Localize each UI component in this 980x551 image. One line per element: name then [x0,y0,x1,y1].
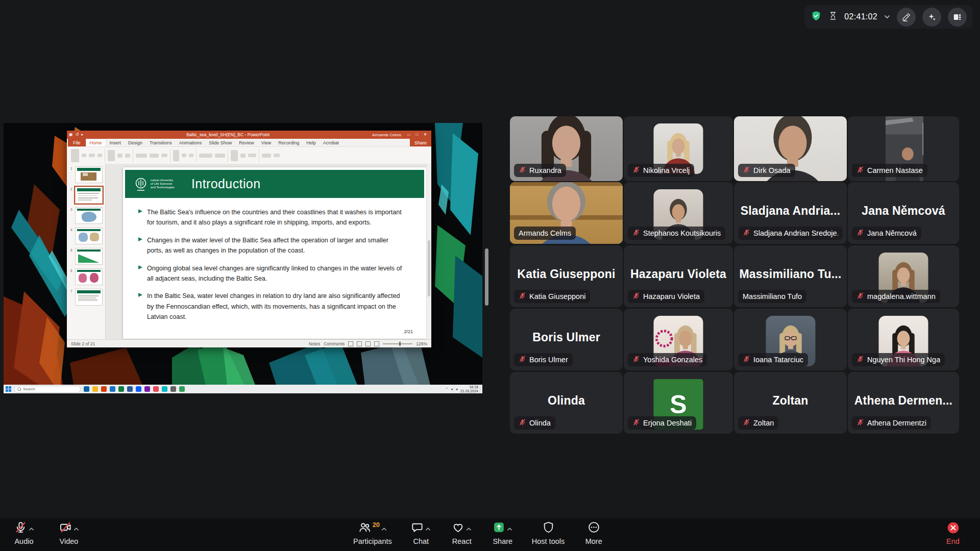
participant-name-text: Carmen Nastase [867,166,923,174]
participant-name-label: Dirk Osada [738,164,795,177]
participant-tile-hazaparu-violeta[interactable]: Hazaparu VioletaHazaparu Violeta [624,245,733,307]
meeting-status-pill: 02:41:02 [804,5,973,29]
participant-tile-nikolina-vrcelj[interactable]: Nikolina Vrcelj [624,116,733,181]
toolbar-host-tools-button[interactable]: Host tools [532,521,565,545]
toolbar-react-button[interactable]: React [450,521,474,545]
participant-name-text: Ioana Tatarciuc [753,356,803,364]
chat-label: Chat [413,537,429,545]
participant-tile-olinda[interactable]: OlindaOlinda [510,372,623,434]
chat-icon [411,521,424,536]
participant-name-text: Dirk Osada [753,166,791,174]
participant-tile-zoltan[interactable]: ZoltanZoltan [734,372,847,434]
more-icon [587,521,600,536]
view-layout-button[interactable] [948,8,967,27]
participant-display-name: Athena Dermen... [848,393,959,407]
annotate-button[interactable] [897,8,916,27]
participant-name-label: Ioana Tatarciuc [738,353,808,366]
participant-tile-nguyen-thi-hong-nga[interactable]: Nguyen Thi Hong Nga [848,309,959,370]
participant-display-name: Sladjana Andria... [734,204,847,217]
toolbar-share-button[interactable]: Share [491,521,514,545]
toolbar-video-button[interactable]: Video [57,521,81,545]
host-tools-icon [542,521,555,536]
react-options-caret[interactable] [466,524,472,533]
hourglass-icon [828,11,838,22]
participant-tile-jana-n-mcov[interactable]: Jana NěmcováJana Němcová [848,182,959,244]
video-label: Video [60,537,79,545]
participant-tile-stephanos-koutsikouris[interactable]: Stephanos Koutsikouris [624,182,733,244]
participant-tile-armands-celms[interactable]: Armands Celms [510,182,623,244]
participant-display-name: Jana Němcová [848,204,959,217]
participant-name-label: Hazaparu Violeta [628,290,704,303]
participant-tile-magdalena-wittmann[interactable]: magdalena.wittmann [848,245,959,307]
participant-tile-erjona-deshati[interactable]: SErjona Deshati [624,372,733,434]
audio-options-caret[interactable] [29,524,34,533]
video-options-caret[interactable] [74,524,79,533]
muted-mic-icon [743,166,750,176]
participant-name-text: magdalena.wittmann [867,292,936,300]
host-tools-label: Host tools [532,537,565,545]
participant-name-text: Armands Celms [519,229,571,237]
participant-name-label: Ruxandra [514,164,566,177]
participant-name-label: Nikolina Vrcelj [628,164,694,177]
participant-name-text: Erjona Deshati [643,419,692,427]
participant-name-label: Zoltan [738,416,778,430]
timer-chevron-down-icon[interactable] [884,15,890,19]
toolbar-audio-button[interactable]: Audio [12,521,36,545]
panel-divider-handle[interactable] [485,248,488,306]
security-shield-icon[interactable] [811,10,822,23]
participant-name-text: Athena Dermentzi [867,419,926,427]
toolbar-end-button[interactable]: End [941,521,965,545]
muted-mic-icon [743,418,750,428]
participant-name-label: magdalena.wittmann [852,290,940,303]
participant-name-label: Massimiliano Tufo [738,290,806,303]
muted-mic-icon [743,355,750,365]
participant-name-text: Yoshida Gonzales [643,356,702,364]
participant-tile-ioana-tatarciuc[interactable]: Ioana Tatarciuc [734,309,847,370]
participant-display-name: Massimiliano Tu... [734,267,847,281]
participant-name-label: Stephanos Koutsikouris [628,227,725,240]
toolbar-participants-button[interactable]: 20Participants [353,521,392,545]
muted-mic-icon [519,166,526,176]
participant-display-name: Boris Ulmer [510,330,623,344]
chat-options-caret[interactable] [425,524,431,533]
participant-tile-boris-ulmer[interactable]: Boris UlmerBoris Ulmer [510,309,623,370]
muted-mic-icon [519,292,526,302]
participant-tile-massimiliano-tufo[interactable]: Massimiliano Tu...Massimiliano Tufo [734,245,847,307]
participant-name-text: Sladjana Andrian Sredoje... [753,229,838,237]
participant-tile-ruxandra[interactable]: Ruxandra [510,116,623,181]
muted-mic-icon [632,229,640,238]
participant-name-text: Katia Giusepponi [529,292,585,300]
participants-options-caret[interactable] [381,524,387,533]
muted-mic-icon [519,355,526,365]
participant-tile-athena-dermentzi[interactable]: Athena Dermen...Athena Dermentzi [848,372,959,434]
participant-tile-sladjana-andrian-sredoje[interactable]: Sladjana Andria...Sladjana Andrian Sredo… [734,182,847,244]
toolbar-more-button[interactable]: More [582,521,605,545]
participant-name-label: Katia Giusepponi [514,290,590,303]
muted-mic-icon [743,229,750,238]
zoom-meeting-window: ▣ ↺ ▸ Baltic_sea_level_SH(EN)_BC - Power… [0,0,980,551]
participant-display-name: Zoltan [734,393,847,407]
participant-tile-carmen-nastase[interactable]: Carmen Nastase [848,116,959,181]
participant-name-label: Boris Ulmer [514,353,573,366]
participant-name-text: Jana Němcová [867,229,917,237]
share-options-caret[interactable] [507,524,512,533]
participant-tile-yoshida-gonzales[interactable]: Yoshida Gonzales [624,309,733,370]
muted-mic-icon [632,355,640,365]
muted-mic-icon [856,229,864,238]
ai-companion-button[interactable] [922,8,941,27]
participants-label: Participants [353,537,392,545]
participant-name-label: Yoshida Gonzales [628,353,707,366]
participant-name-text: Hazaparu Violeta [643,292,700,300]
participant-display-name: Hazaparu Violeta [624,267,733,281]
participant-name-label: Nguyen Thi Hong Nga [852,353,945,366]
participant-name-label: Sladjana Andrian Sredoje... [738,227,843,240]
participant-tile-dirk-osada[interactable]: Dirk Osada [734,116,847,181]
participant-tile-katia-giusepponi[interactable]: Katia GiusepponiKatia Giusepponi [510,245,623,307]
audio-label: Audio [14,537,33,545]
participants-count-badge: 20 [373,521,380,529]
toolbar-chat-button[interactable]: Chat [409,521,433,545]
react-label: React [452,537,472,545]
react-icon [452,521,464,536]
participant-name-text: Zoltan [753,419,774,427]
meeting-timer: 02:41:02 [844,12,877,21]
